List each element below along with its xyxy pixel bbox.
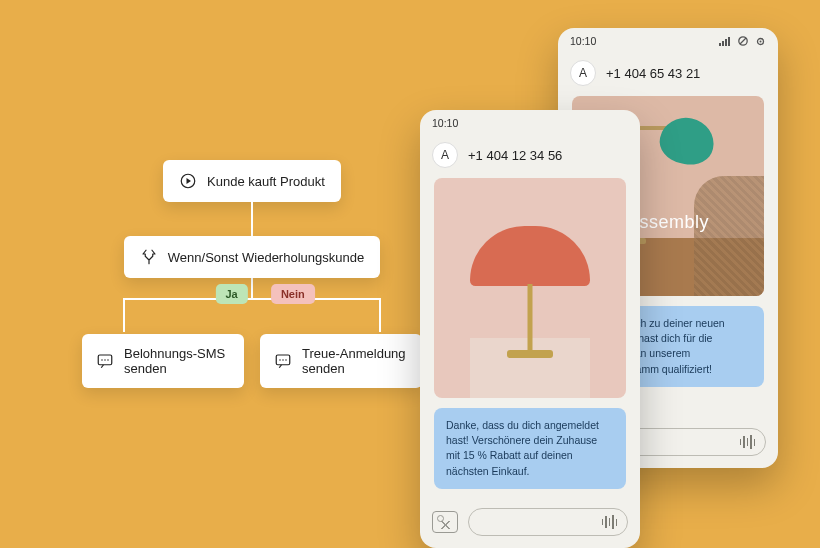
connector (379, 298, 381, 332)
contact-header: A +1 404 65 43 21 (558, 54, 778, 96)
flow-node-trigger[interactable]: Kunde kauft Produkt (163, 160, 341, 202)
svg-rect-12 (728, 37, 730, 46)
automation-flowchart: Kunde kauft Produkt Wenn/Sonst Wiederhol… (82, 160, 422, 388)
svg-rect-9 (719, 43, 721, 46)
status-bar: 10:10 (558, 28, 778, 54)
flow-node-action-loyalty[interactable]: Treue-Anmeldung senden (260, 334, 422, 388)
connector (123, 298, 125, 332)
message-bubble: Danke, dass du dich angemeldet hast! Ver… (434, 408, 626, 489)
attach-image-button[interactable] (432, 511, 458, 533)
avatar-initial: A (441, 148, 449, 162)
svg-line-14 (740, 38, 746, 44)
connector (123, 298, 381, 300)
svg-point-3 (104, 359, 106, 361)
branch-badge-no: Nein (271, 284, 315, 304)
svg-point-6 (279, 359, 281, 361)
play-circle-icon (179, 172, 197, 190)
svg-point-7 (282, 359, 284, 361)
status-bar: 10:10 (420, 110, 640, 136)
flow-node-label: Belohnungs-SMS senden (124, 346, 230, 376)
status-time: 10:10 (432, 117, 458, 129)
flow-node-label: Kunde kauft Produkt (207, 174, 325, 189)
signal-icon (719, 37, 731, 46)
message-text-input[interactable] (468, 508, 628, 536)
svg-point-16 (760, 40, 762, 42)
voice-wave-icon (602, 515, 618, 529)
voice-wave-icon (740, 435, 756, 449)
avatar: A (570, 60, 596, 86)
message-input-row (420, 498, 640, 548)
svg-point-8 (285, 359, 287, 361)
sms-icon (274, 352, 292, 370)
do-not-disturb-icon (737, 36, 749, 46)
status-time: 10:10 (570, 35, 596, 47)
flow-node-label: Treue-Anmeldung senden (302, 346, 408, 376)
phone-mockup-front: 10:10 A +1 404 12 34 56 Danke, dass du d… (420, 110, 640, 548)
contact-number: +1 404 65 43 21 (606, 66, 700, 81)
svg-point-2 (101, 359, 103, 361)
contact-number: +1 404 12 34 56 (468, 148, 562, 163)
branch-icon (140, 248, 158, 266)
contact-header: A +1 404 12 34 56 (420, 136, 640, 178)
svg-rect-10 (722, 41, 724, 46)
flow-node-action-reward[interactable]: Belohnungs-SMS senden (82, 334, 244, 388)
flow-node-condition[interactable]: Wenn/Sonst Wiederholungskunde (124, 236, 380, 278)
svg-rect-11 (725, 39, 727, 46)
avatar-initial: A (579, 66, 587, 80)
branch-badge-yes: Ja (215, 284, 247, 304)
sms-icon (96, 352, 114, 370)
message-image-lamp-red (434, 178, 626, 398)
settings-icon (755, 36, 766, 47)
svg-point-4 (107, 359, 109, 361)
flow-node-label: Wenn/Sonst Wiederholungskunde (168, 250, 364, 265)
avatar: A (432, 142, 458, 168)
connector (251, 202, 253, 236)
connector (251, 278, 253, 298)
